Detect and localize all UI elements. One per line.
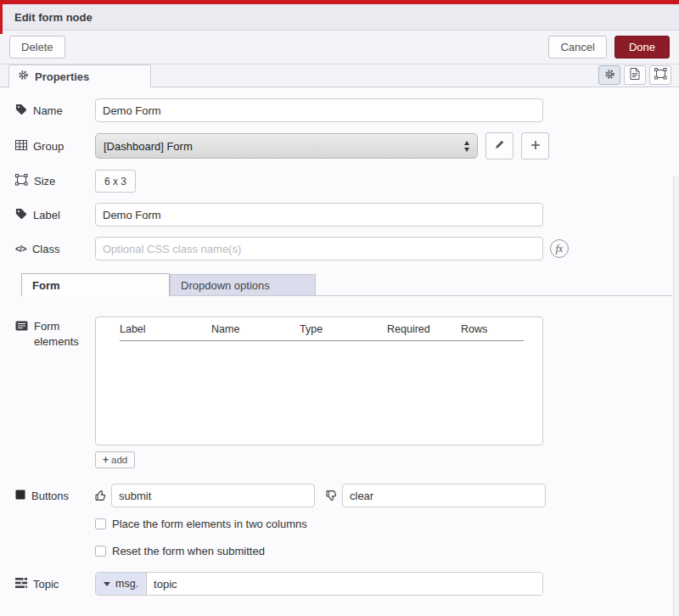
name-row: Name — [8, 98, 679, 122]
object-group-icon — [15, 174, 28, 188]
class-row: </> Class fx — [8, 237, 679, 260]
plus-icon: + — [103, 454, 109, 466]
two-columns-option: Place the form elements in two columns — [95, 518, 679, 530]
tab-properties-label: Properties — [35, 70, 89, 83]
form-elements-table: Label Name Type Required Rows — [95, 316, 543, 445]
label-label: Label — [8, 208, 95, 222]
clear-button-text-input[interactable] — [342, 484, 546, 507]
size-label-text: Size — [34, 175, 55, 188]
tasks-icon — [15, 578, 27, 591]
class-label-text: Class — [32, 243, 60, 255]
topic-type-label: msg. — [115, 578, 138, 590]
fx-expression-button[interactable]: fx — [550, 239, 569, 258]
tab-form-label: Form — [32, 279, 60, 292]
two-columns-checkbox[interactable] — [95, 518, 106, 529]
add-group-button[interactable] — [521, 132, 549, 160]
label-input[interactable] — [95, 203, 543, 227]
buttons-label: Buttons — [8, 490, 95, 502]
object-group-icon — [654, 68, 667, 82]
column-header-label: Label — [120, 323, 211, 335]
done-button[interactable]: Done — [614, 36, 670, 59]
select-arrows-icon — [464, 141, 469, 152]
tab-form[interactable]: Form — [21, 273, 170, 296]
topic-input[interactable] — [147, 573, 542, 595]
class-input[interactable] — [95, 237, 543, 260]
size-button[interactable]: 6 x 3 — [95, 170, 136, 193]
square-icon — [15, 490, 25, 502]
document-icon — [630, 68, 640, 82]
topic-label-text: Topic — [33, 578, 59, 591]
delete-button[interactable]: Delete — [9, 36, 65, 59]
properties-panel: Name Group [Dashboard] Form — [0, 87, 679, 616]
column-header-name: Name — [211, 323, 300, 335]
pencil-icon — [494, 137, 505, 154]
properties-gear-button[interactable] — [598, 65, 620, 85]
tab-dropdown-options[interactable]: Dropdown options — [170, 274, 316, 295]
topic-typed-input: msg. — [95, 572, 543, 596]
tab-properties[interactable]: Properties — [8, 64, 151, 87]
label-row: Label — [8, 203, 679, 227]
dialog-title-bar: Edit form node — [0, 4, 679, 31]
name-input[interactable] — [95, 98, 543, 122]
form-elements-row: Form elements Label Name Type Required R… — [8, 316, 679, 468]
column-header-rows: Rows — [461, 323, 524, 335]
thumbs-up-icon — [95, 490, 108, 501]
group-row: Group [Dashboard] Form — [8, 132, 679, 160]
dialog-title: Edit form node — [14, 11, 93, 24]
class-label: </> Class — [8, 243, 95, 255]
name-label: Name — [8, 104, 95, 118]
reset-form-checkbox[interactable] — [95, 546, 106, 557]
form-subtab-bar: Form Dropdown options — [21, 273, 672, 296]
buttons-label-text: Buttons — [31, 490, 69, 502]
table-icon — [15, 140, 27, 153]
topic-type-select[interactable]: msg. — [96, 573, 147, 595]
two-columns-checkbox-label: Place the form elements in two columns — [112, 518, 307, 530]
label-label-text: Label — [33, 209, 60, 221]
name-label-text: Name — [33, 104, 63, 117]
tab-dropdown-options-label: Dropdown options — [181, 279, 270, 292]
buttons-row: Buttons — [8, 484, 679, 507]
list-alt-icon — [15, 319, 28, 333]
form-elements-label-text: Form elements — [34, 319, 83, 349]
size-label: Size — [8, 174, 95, 188]
accent-left-bar — [0, 0, 3, 34]
code-icon: </> — [15, 244, 26, 254]
cancel-button[interactable]: Cancel — [548, 36, 606, 59]
group-select[interactable]: [Dashboard] Form — [95, 133, 478, 159]
form-elements-editor: Label Name Type Required Rows + add — [95, 316, 543, 468]
tag-icon — [15, 104, 27, 118]
column-header-required: Required — [387, 323, 461, 335]
plus-icon — [530, 137, 541, 154]
reset-form-checkbox-label: Reset the form when submitted — [112, 545, 265, 557]
description-doc-button[interactable] — [624, 65, 646, 85]
dialog-action-bar: Delete Cancel Done — [0, 31, 679, 64]
scroll-gutter — [673, 176, 679, 616]
form-elements-table-header: Label Name Type Required Rows — [120, 323, 524, 341]
topic-row: Topic msg. — [8, 572, 679, 596]
add-element-label: add — [111, 455, 127, 465]
group-label: Group — [8, 140, 95, 153]
form-elements-label: Form elements — [8, 316, 95, 349]
size-row: Size 6 x 3 — [8, 170, 679, 193]
group-select-value: [Dashboard] Form — [104, 140, 193, 153]
editor-tab-icons — [598, 65, 671, 87]
editor-tab-bar: Properties — [0, 64, 679, 87]
thumbs-down-icon — [326, 490, 339, 501]
appearance-button[interactable] — [649, 65, 671, 85]
edit-group-button[interactable] — [485, 132, 513, 160]
gear-icon — [604, 69, 615, 82]
topic-label: Topic — [8, 578, 95, 591]
column-header-type: Type — [300, 323, 387, 335]
submit-button-text-input[interactable] — [111, 484, 315, 507]
reset-form-option: Reset the form when submitted — [95, 545, 679, 557]
tag-icon — [15, 208, 27, 222]
group-label-text: Group — [33, 140, 64, 153]
chevron-down-icon — [104, 582, 110, 586]
gear-icon — [18, 70, 29, 83]
add-element-button[interactable]: + add — [95, 451, 135, 468]
